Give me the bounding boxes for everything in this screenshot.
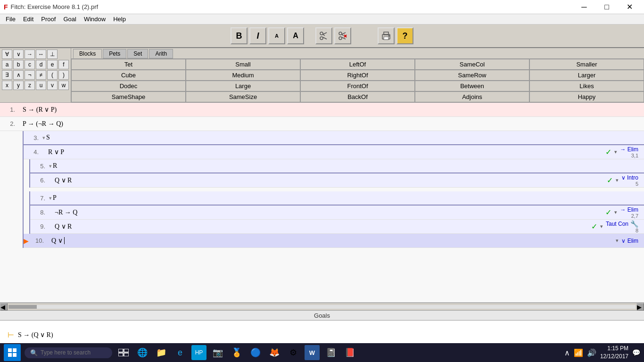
pred-leftof[interactable]: LeftOf [300,59,415,70]
large-a-button[interactable]: A [287,27,304,44]
scroll-left-btn[interactable]: ◀ [0,303,8,311]
pred-adjoins[interactable]: Adjoins [415,91,529,102]
taskbar-ie-icon[interactable]: 🌐 [135,345,150,360]
pred-likes[interactable]: Likes [529,81,644,91]
search-box[interactable]: 🔍 [25,347,112,358]
small-a-button[interactable]: A [268,27,285,44]
proof-line-7[interactable]: 7. ▾ P [30,191,644,206]
horizontal-scrollbar[interactable]: ◀ ▶ [0,303,644,310]
pred-dodec[interactable]: Dodec [71,81,186,91]
pred-smaller[interactable]: Smaller [529,59,644,70]
window-title: Fitch: Exercise Moore 8.1 (2).prf [11,3,99,10]
scroll-right-btn[interactable]: ▶ [636,303,644,311]
pred-cube[interactable]: Cube [71,70,186,81]
tab-set[interactable]: Set [127,49,148,58]
proof-line-2[interactable]: 2. P → (¬R → Q) [0,117,644,131]
menu-window[interactable]: Window [80,15,109,24]
sym-implies[interactable]: → [25,49,35,59]
proof-line-6[interactable]: 6. Q ∨ R ✓ ▾ ∨ Intro 5 [30,173,644,188]
taskbar-folder-icon[interactable]: 📁 [154,345,169,360]
pred-small[interactable]: Small [186,59,300,70]
tab-pets[interactable]: Pets [103,49,126,58]
formula-10[interactable]: Q ∨ ​ [48,237,65,245]
sym-exists[interactable]: ∃ [2,70,12,80]
sym-f[interactable]: f [58,60,69,69]
maximize-button[interactable]: □ [596,0,618,14]
proof-line-3[interactable]: 3. ▾ S [24,131,644,145]
taskbar-acrobat-icon[interactable]: 📕 [342,345,357,360]
help-button[interactable]: ? [396,27,413,44]
taskbar-hp-icon[interactable]: HP [191,345,206,360]
close-button[interactable]: ✕ [619,0,640,14]
tab-blocks[interactable]: Blocks [73,49,102,58]
proof-line-5[interactable]: 5. ▾ R [30,159,644,173]
sym-y[interactable]: y [13,81,24,90]
delete-button[interactable] [334,27,351,44]
sym-lparen[interactable]: ( [47,70,58,80]
sym-bottom[interactable]: ⊥ [47,49,58,59]
proof-line-8[interactable]: 8. ¬R → Q ✓ ▾ → Elim 2,7 [30,206,644,220]
pred-sameshape[interactable]: SameShape [71,91,186,102]
task-view-btn[interactable] [116,345,131,360]
sym-b[interactable]: b [13,60,24,69]
notification-icon[interactable]: 💬 [632,349,640,356]
sym-and[interactable]: ∧ [13,70,24,80]
pred-large[interactable]: Large [186,81,300,91]
cut-button[interactable] [315,27,332,44]
pred-samecol[interactable]: SameCol [415,59,529,70]
taskbar-medal-icon[interactable]: 🏅 [229,345,244,360]
sym-x[interactable]: x [2,81,12,90]
sym-neq[interactable]: ≠ [36,70,46,80]
pred-medium[interactable]: Medium [186,70,300,81]
pred-larger[interactable]: Larger [529,70,644,81]
sym-rparen[interactable]: ) [58,70,69,80]
taskbar-word-icon[interactable]: W [305,345,320,360]
bold-button[interactable]: B [231,27,248,44]
sym-a[interactable]: a [2,60,12,69]
taskbar-chrome-icon[interactable]: 🔵 [248,345,263,360]
menu-file[interactable]: File [2,15,19,24]
pred-between[interactable]: Between [415,81,529,91]
proof-line-10[interactable]: ▶ 10. Q ∨ ​ ▾ ∨ Elim [24,234,644,248]
sym-iff[interactable]: ↔ [36,49,46,59]
pred-tet[interactable]: Tet [71,59,186,70]
taskbar-notes-icon[interactable]: 📓 [323,345,339,360]
sym-v[interactable]: v [47,81,58,90]
sym-d[interactable]: d [36,60,46,69]
pred-samesize[interactable]: SameSize [186,91,300,102]
menu-proof[interactable]: Proof [37,15,59,24]
minimize-button[interactable]: ─ [573,0,595,14]
sym-u[interactable]: u [36,81,46,90]
scrollbar-thumb[interactable] [8,305,37,309]
menu-edit[interactable]: Edit [19,15,37,24]
sym-forall[interactable]: ∀ [2,49,12,59]
sym-w[interactable]: w [58,81,69,90]
taskbar-edge-icon[interactable]: e [173,345,188,360]
pred-happy[interactable]: Happy [529,91,644,102]
sym-neg[interactable]: ¬ [25,70,35,80]
taskbar-camera-icon[interactable]: 📷 [210,345,225,360]
sym-e[interactable]: e [47,60,58,69]
proof-line-4[interactable]: 4. R ∨ P ✓ ▾ → Elim 3,1 [24,145,644,159]
menu-help[interactable]: Help [109,15,130,24]
menu-goal[interactable]: Goal [59,15,80,24]
proof-line-1[interactable]: 1. S → (R ∨ P) [0,103,644,117]
taskbar-firefox-icon[interactable]: 🦊 [267,345,282,360]
pred-rightof[interactable]: RightOf [300,70,415,81]
search-input[interactable] [41,349,107,356]
pred-samerow[interactable]: SameRow [415,70,529,81]
taskbar-chevron-icon[interactable]: ∧ [564,348,570,357]
pred-frontof[interactable]: FrontOf [300,81,415,91]
italic-button[interactable]: I [249,27,266,44]
proof-line-9[interactable]: 9. Q ∨ R ✓ ▾ Taut Con 🔧 8 [30,220,644,234]
proof-area[interactable]: 1. S → (R ∨ P) 2. P → (¬R → Q) 3. ▾ S 4.… [0,103,644,303]
pred-backof[interactable]: BackOf [300,91,415,102]
start-button[interactable] [4,344,21,361]
sym-z[interactable]: z [25,81,35,90]
taskbar-settings-icon[interactable]: ⚙ [286,345,301,360]
tab-arith[interactable]: Arith [149,49,173,58]
print-button[interactable] [378,27,395,44]
sym-c[interactable]: c [25,60,35,69]
sym-or[interactable]: ∨ [13,49,24,59]
scrollbar-track[interactable] [8,305,636,309]
